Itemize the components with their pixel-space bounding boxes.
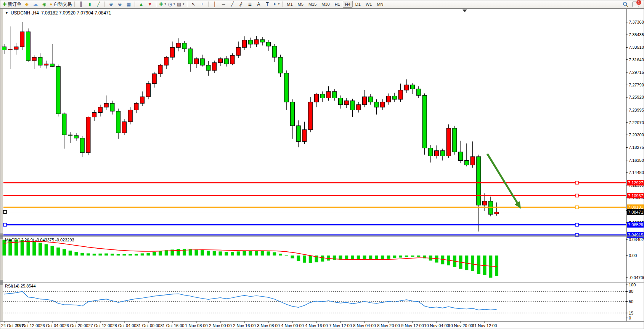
chevron-down-icon[interactable]: ▾ [173,3,175,6]
svg-text:100: 100 [629,283,636,287]
svg-text:9 Nov 12:00: 9 Nov 12:00 [401,323,424,328]
crosshair-button[interactable]: + [198,1,206,8]
cursor-icon: ↖ [191,2,195,6]
gold-ingot-button[interactable]: ◆ [22,1,31,8]
indicator-down-icon: ▼ [148,2,152,6]
svg-text:7.33510: 7.33510 [629,45,644,50]
trendline-button[interactable]: ╱ [228,1,236,8]
svg-text:31 Oct 00:00: 31 Oct 00:00 [137,323,161,328]
toolbar-separator [208,2,209,7]
add-indicator-icon: ✚ [159,2,163,6]
candlestick-icon: ▮ [88,2,91,6]
symbol-dropdown-icon[interactable]: ▼ [5,11,8,15]
text-button[interactable]: A [254,1,263,8]
svg-text:8 Nov 04:00: 8 Nov 04:00 [353,323,376,328]
svg-text:7.10967: 7.10967 [628,193,643,198]
main-toolbar: ✚新订单◆☁◉●自动交易║▮╱⊕⊖▦▲▼✚▾◷▾▧▾↖+│─╱∥≣AT✦▾M1M… [0,0,644,8]
search-icon[interactable] [623,2,628,7]
tile-windows-button[interactable]: ▦ [124,1,133,8]
trendline-icon: ╱ [231,2,234,6]
templates-button[interactable]: ▧▾ [176,1,185,8]
horizontal-line-icon: ─ [222,2,225,6]
vertical-line-icon: │ [214,2,217,6]
bar-chart-button[interactable]: ║ [77,1,85,8]
svg-text:0.00: 0.00 [629,253,637,258]
toolbar-separator [156,2,156,7]
svg-text:50: 50 [629,299,633,304]
svg-text:7.09181: 7.09181 [628,205,643,209]
timeframe-m30-button[interactable]: M30 [319,1,332,8]
chart-background [0,9,644,329]
indicator-window-down-button[interactable]: ▼ [146,1,154,8]
new-order-button[interactable]: ✚新订单 [2,1,22,8]
macd-indicator-label: MACD(12,26,9) -0.043375 -0.023293 [5,238,74,242]
svg-text:8 Nov 20:00: 8 Nov 20:00 [377,323,400,328]
indicator-window-up-button[interactable]: ▲ [137,1,145,8]
svg-text:27 Oct 12:00: 27 Oct 12:00 [88,323,112,328]
zoom-out-button[interactable]: ⊖ [116,1,124,8]
text-label-icon: T [266,2,269,6]
autotrade-button[interactable]: ●自动交易 [49,1,72,8]
signals-button[interactable]: ◉ [40,1,48,8]
zoom-in-icon: ⊕ [109,2,113,6]
svg-text:7.08471: 7.08471 [628,210,643,214]
rsi-indicator-label: RSI(14) 25.8544 [5,284,36,288]
timeframe-m1-button[interactable]: M1 [284,1,295,8]
horizontal-line-button[interactable]: ─ [219,1,228,8]
chevron-down-icon[interactable]: ▾ [278,3,279,6]
svg-text:7.23995: 7.23995 [629,108,644,112]
timeframe-mn-button[interactable]: MN [374,1,385,8]
chart-ohlc-values: 7.08182 7.09920 7.07904 7.08471 [41,10,111,16]
line-chart-button[interactable]: ╱ [94,1,103,8]
channel-button[interactable]: ∥ [237,1,245,8]
shapes-button[interactable]: ✦▾ [272,1,280,8]
svg-text:80: 80 [629,289,633,294]
chevron-down-icon[interactable]: ▾ [183,3,184,6]
timeframe-d1-button[interactable]: D1 [353,1,363,8]
add-indicator-button[interactable]: ✚▾ [158,1,167,8]
fibonacci-icon: ≣ [248,2,252,6]
crosshair-icon: + [201,2,204,6]
chart-canvas[interactable]: 7.373607.354357.335107.316407.297157.277… [0,0,644,329]
candlestick-chart-button[interactable]: ▮ [85,1,94,8]
vertical-line-button[interactable]: │ [210,1,219,8]
timeframe-h4-button[interactable]: H4 [343,1,353,8]
new-order-icon: ✚ [3,2,6,6]
text-label-button[interactable]: T [263,1,271,8]
terminal-window: 7.373607.354357.335107.316407.297157.277… [0,0,644,329]
svg-text:4 Nov 16:00: 4 Nov 16:00 [305,323,328,328]
svg-text:0.034024: 0.034024 [629,237,644,242]
zoom-in-button[interactable]: ⊕ [107,1,115,8]
clock-icon: ◷ [168,2,172,6]
chevron-down-icon[interactable]: ▾ [164,3,166,6]
notifications-icon[interactable]: 1 [632,2,639,7]
svg-text:0: 0 [629,316,631,320]
market-watch-button[interactable]: ☁ [31,1,40,8]
svg-text:7.20200: 7.20200 [629,133,644,137]
timeframe-m15-button[interactable]: M15 [306,1,319,8]
svg-text:1 Nov 08:00: 1 Nov 08:00 [185,323,207,328]
cloud-icon: ☁ [33,2,38,6]
toolbar-separator [104,2,105,7]
svg-text:7.16350: 7.16350 [629,158,644,163]
shapes-icon: ✦ [273,2,276,6]
timeframe-h1-button[interactable]: H1 [332,1,342,8]
fibonacci-button[interactable]: ≣ [246,1,254,8]
svg-text:26 Oct 20:00: 26 Oct 20:00 [64,323,88,328]
timeframe-m5-button[interactable]: M5 [296,1,306,8]
periods-button[interactable]: ◷▾ [167,1,176,8]
svg-text:11 Nov 12:00: 11 Nov 12:00 [472,323,497,328]
svg-text:7.18275: 7.18275 [629,145,644,150]
zoom-out-icon: ⊖ [118,2,122,6]
svg-text:7.31640: 7.31640 [629,57,644,62]
autotrade-button-label: 自动交易 [53,2,72,6]
bar-chart-icon: ║ [79,2,83,6]
svg-text:7.27790: 7.27790 [629,83,644,87]
gold-ingot-icon: ◆ [25,2,28,6]
cursor-button[interactable]: ↖ [189,1,198,8]
tile-windows-icon: ▦ [127,2,131,6]
line-chart-icon: ╱ [97,2,100,6]
chart-symbol-period: USDCNH-,H4 [11,10,39,16]
toolbar-separator [282,2,283,7]
timeframe-w1-button[interactable]: W1 [363,1,374,8]
